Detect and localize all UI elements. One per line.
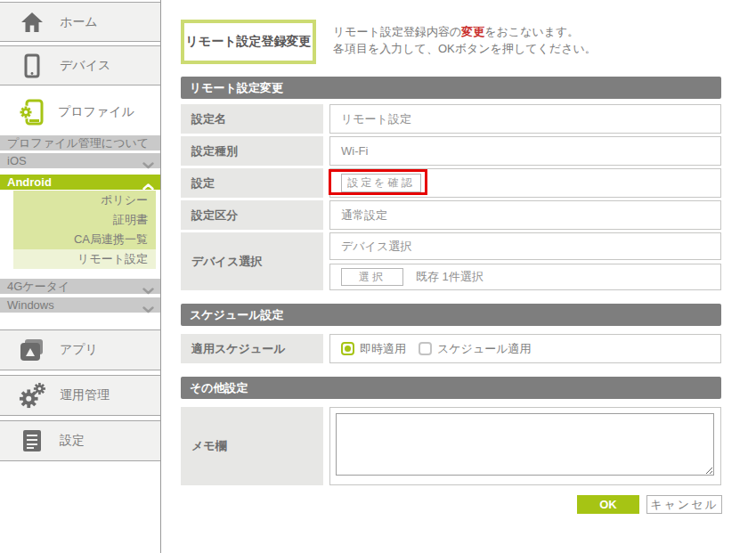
- sidebar-item-label: ホーム: [60, 14, 98, 30]
- radio-schedule-apply[interactable]: [419, 342, 432, 355]
- device-icon: [18, 53, 46, 78]
- page-title: リモート設定登録変更: [181, 20, 316, 64]
- emphasis-text: 変更: [461, 25, 484, 38]
- radio-immediate-apply-label: 即時適用: [360, 341, 406, 357]
- sidebar-item-settings[interactable]: 設定: [0, 420, 160, 461]
- confirm-setting-button[interactable]: 設定を確認: [341, 174, 421, 192]
- menu-bar-label: Android: [7, 175, 52, 189]
- sidebar-item-4g-keitai[interactable]: 4Gケータイ: [0, 279, 160, 294]
- sidebar-item-remote-setting[interactable]: リモート設定: [13, 249, 156, 269]
- sidebar-item-label: デバイス: [60, 58, 110, 74]
- section-header-schedule: スケジュール設定: [181, 304, 721, 326]
- sidebar-item-label: プロファイル: [58, 104, 134, 120]
- apply-schedule-label: 適用スケジュール: [181, 334, 323, 363]
- page: ホーム デバイス: [0, 0, 756, 553]
- radio-schedule-apply-label: スケジュール適用: [437, 341, 532, 357]
- menu-bar-label: プロファイル管理について: [7, 136, 149, 150]
- sidebar-item-policy[interactable]: ポリシー: [13, 191, 156, 210]
- chevron-down-icon: [142, 302, 154, 317]
- sidebar-item-label: 運用管理: [60, 387, 110, 403]
- page-description: リモート設定登録内容の変更をおこないます。 各項目を入力して、OKボタンを押して…: [333, 23, 725, 57]
- setting-label: 設定: [181, 168, 323, 198]
- sidebar-item-label: 設定: [60, 433, 85, 449]
- device-select-box: デバイス選択: [329, 232, 721, 260]
- memo-label: メモ欄: [181, 407, 323, 485]
- settings-icon: [18, 429, 46, 452]
- select-device-button[interactable]: 選択: [341, 268, 403, 286]
- home-icon: [18, 12, 46, 33]
- operations-icon: [18, 382, 46, 409]
- device-select-action-cell: 選択 既存 1件選択: [329, 264, 721, 290]
- sidebar-item-profile-about[interactable]: プロファイル管理について: [0, 135, 160, 150]
- profile-icon: [18, 99, 46, 126]
- sidebar-item-device[interactable]: デバイス: [0, 45, 160, 85]
- sidebar-item-ca-list[interactable]: CA局連携一覧: [13, 230, 156, 249]
- sidebar-item-ios[interactable]: iOS: [0, 153, 160, 168]
- sidebar-item-label: アプリ: [60, 342, 98, 358]
- setting-value-cell: 設定を確認: [329, 168, 721, 198]
- sidebar-item-profile[interactable]: プロファイル: [0, 92, 160, 132]
- description-line2: 各項目を入力して、OKボタンを押してください。: [333, 40, 725, 57]
- setting-type-value: Wi-Fi: [329, 136, 721, 166]
- cancel-button[interactable]: キャンセル: [646, 495, 722, 514]
- sidebar-item-home[interactable]: ホーム: [0, 2, 160, 42]
- sidebar-item-android[interactable]: Android: [0, 175, 160, 190]
- setting-name-label: 設定名: [181, 104, 323, 134]
- android-submenu: ポリシー 証明書 CA局連携一覧 リモート設定: [13, 191, 156, 269]
- ok-button[interactable]: OK: [577, 495, 639, 514]
- sidebar-item-windows[interactable]: Windows: [0, 297, 160, 313]
- chevron-down-icon: [142, 158, 154, 173]
- menu-bar-label: iOS: [7, 154, 27, 167]
- menu-bar-label: Windows: [7, 298, 54, 312]
- apply-schedule-cell: 即時適用 スケジュール適用: [329, 334, 721, 363]
- memo-textarea[interactable]: [336, 413, 714, 476]
- menu-bar-label: 4Gケータイ: [7, 280, 69, 293]
- setting-name-input[interactable]: リモート設定: [329, 104, 721, 134]
- section-header-other: その他設定: [181, 377, 721, 399]
- radio-dot: [345, 346, 351, 352]
- setting-class-label: 設定区分: [181, 200, 323, 230]
- sidebar-item-certificate[interactable]: 証明書: [13, 210, 156, 230]
- chevron-down-icon: [142, 283, 154, 298]
- setting-type-label: 設定種別: [181, 136, 323, 166]
- radio-immediate-apply[interactable]: [341, 342, 354, 355]
- description-line1: リモート設定登録内容の変更をおこないます。: [333, 23, 725, 40]
- sidebar-item-operations[interactable]: 運用管理: [0, 375, 160, 416]
- section-header-remote-setting-change: リモート設定変更: [181, 77, 721, 99]
- device-select-label: デバイス選択: [181, 232, 323, 290]
- apps-icon: [18, 338, 46, 362]
- device-selection-status: 既存 1件選択: [416, 269, 484, 285]
- sidebar: ホーム デバイス: [0, 0, 161, 553]
- sidebar-item-apps[interactable]: アプリ: [0, 329, 160, 370]
- setting-class-value: 通常設定: [329, 200, 721, 230]
